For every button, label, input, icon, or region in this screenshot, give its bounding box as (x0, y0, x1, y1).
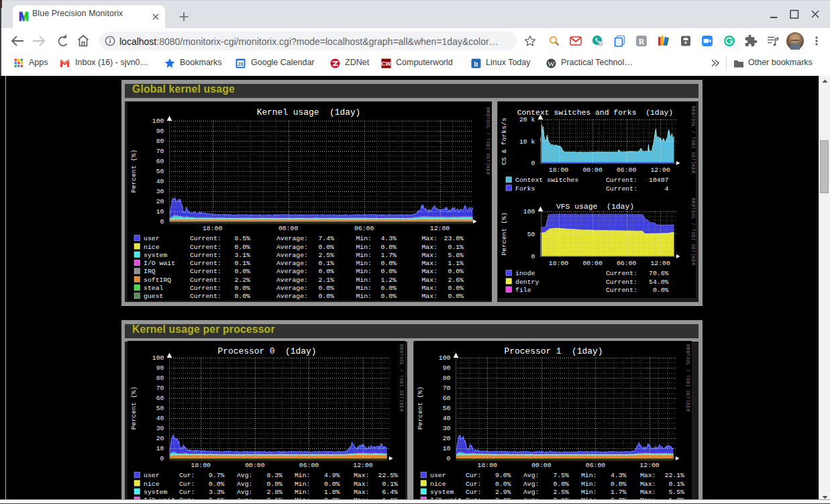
svg-text:20: 20 (443, 435, 451, 442)
svg-text:2.9%: 2.9% (495, 489, 511, 496)
svg-text:Cur:: Cur: (466, 489, 482, 496)
svg-text:12:00: 12:00 (650, 260, 670, 267)
svg-text:8.3%: 8.3% (266, 472, 282, 479)
svg-text:Average:: Average: (276, 268, 308, 275)
svg-text:10: 10 (156, 208, 164, 215)
svg-text:Min:: Min: (295, 481, 311, 488)
svg-text:18:00: 18:00 (549, 166, 569, 174)
svg-text:Min:: Min: (356, 293, 372, 300)
svg-text:1.1%: 1.1% (448, 260, 464, 267)
svg-text:CW: CW (381, 60, 391, 67)
svg-text:1.8%: 1.8% (324, 489, 340, 496)
svg-text:4.3%: 4.3% (611, 472, 627, 479)
svg-text:Cur:: Cur: (179, 481, 195, 488)
svg-text:0.0%: 0.0% (234, 293, 250, 300)
svg-text:0.0%: 0.0% (234, 285, 250, 292)
svg-text:0: 0 (447, 455, 451, 462)
svg-text:30: 30 (156, 188, 164, 195)
svg-text:system: system (144, 489, 167, 496)
svg-text:Forks: Forks (515, 185, 535, 193)
svg-text:20: 20 (156, 435, 164, 442)
svg-text:3.3%: 3.3% (209, 489, 225, 496)
svg-text:40: 40 (156, 178, 164, 185)
svg-text:Min:: Min: (356, 260, 372, 267)
svg-text:0.1%: 0.1% (668, 481, 684, 488)
svg-text:06:00: 06:00 (354, 225, 374, 232)
svg-text:Average:: Average: (276, 285, 308, 292)
svg-text:Max:: Max: (421, 285, 437, 292)
svg-text:00:00: 00:00 (582, 166, 603, 174)
svg-text:Average:: Average: (276, 235, 308, 242)
svg-text:12:00: 12:00 (430, 225, 450, 232)
svg-text:IRQ: IRQ (144, 268, 156, 275)
svg-text:50: 50 (156, 168, 164, 175)
svg-text:10: 10 (443, 445, 451, 452)
svg-text:0.1%: 0.1% (318, 260, 334, 267)
svg-text:90: 90 (443, 364, 451, 372)
svg-text:0.0%: 0.0% (611, 481, 627, 488)
svg-text:90: 90 (156, 128, 164, 135)
svg-text:Current:: Current: (190, 276, 221, 284)
svg-text:Avg:: Avg: (237, 481, 253, 488)
svg-text:Current:: Current: (606, 177, 637, 184)
svg-text:RRDTOOL / TOBI OETIKER: RRDTOOL / TOBI OETIKER (690, 106, 696, 174)
svg-text:0.0%: 0.0% (318, 293, 334, 300)
svg-text:Average:: Average: (276, 276, 308, 284)
svg-text:Average:: Average: (276, 252, 308, 259)
svg-text:18:00: 18:00 (549, 260, 569, 267)
svg-text:user: user (144, 472, 160, 479)
svg-text:5.8%: 5.8% (448, 252, 464, 259)
svg-text:Processor 0 (1day): Processor 0 (1day) (218, 346, 317, 356)
svg-text:06:00: 06:00 (586, 462, 606, 469)
svg-text:0.0%: 0.0% (234, 268, 250, 275)
svg-text:CS & forks/s: CS & forks/s (501, 117, 508, 165)
svg-text:0.0%: 0.0% (318, 268, 334, 275)
svg-text:70: 70 (156, 148, 164, 155)
svg-text:Kernel usage (1day): Kernel usage (1day) (257, 107, 361, 117)
svg-text:0.0%: 0.0% (553, 481, 569, 488)
svg-text:5.5%: 5.5% (668, 489, 684, 496)
svg-text:80: 80 (156, 374, 164, 382)
svg-text:Min:: Min: (581, 472, 597, 479)
svg-text:0: 0 (160, 218, 164, 225)
svg-text:Current:: Current: (606, 279, 637, 286)
svg-text:Average:: Average: (276, 293, 308, 300)
svg-text:0.0%: 0.0% (234, 244, 250, 251)
svg-text:90: 90 (156, 364, 164, 372)
svg-text:Max:: Max: (421, 293, 437, 300)
svg-text:M: M (19, 11, 29, 22)
svg-text:Min:: Min: (295, 472, 311, 479)
svg-text:0: 0 (531, 253, 535, 260)
svg-text:Current:: Current: (606, 287, 637, 294)
svg-text:Min:: Min: (356, 235, 372, 242)
svg-text:Min:: Min: (295, 489, 311, 496)
svg-text:9.7%: 9.7% (209, 472, 225, 479)
svg-text:Processor 1 (1day): Processor 1 (1day) (505, 346, 603, 356)
svg-text:06:00: 06:00 (617, 166, 637, 174)
svg-text:50: 50 (156, 405, 164, 412)
svg-text:Percent (%): Percent (%) (130, 387, 138, 430)
svg-text:60: 60 (156, 158, 164, 165)
svg-text:40: 40 (156, 415, 164, 422)
svg-text:Current:: Current: (190, 293, 221, 300)
svg-text:0.0%: 0.0% (448, 285, 464, 292)
svg-text:60: 60 (443, 395, 451, 402)
svg-text:Current:: Current: (190, 244, 221, 251)
svg-text:8.5%: 8.5% (234, 235, 250, 242)
svg-text:Current:: Current: (190, 285, 221, 292)
svg-text:Max:: Max: (354, 472, 370, 479)
svg-text:0.0%: 0.0% (380, 260, 397, 267)
svg-text:2.2%: 2.2% (234, 276, 250, 284)
svg-text:Max:: Max: (421, 252, 437, 259)
svg-text:Max:: Max: (421, 260, 437, 267)
svg-text:0.0%: 0.0% (324, 481, 340, 488)
svg-text:Max:: Max: (421, 244, 437, 251)
svg-text:Min:: Min: (356, 252, 372, 259)
svg-text:Max:: Max: (354, 489, 370, 496)
svg-text:0.0%: 0.0% (380, 285, 397, 292)
svg-text:user: user (430, 472, 446, 479)
svg-text:0.0%: 0.0% (653, 287, 669, 294)
svg-text:Cur:: Cur: (466, 481, 482, 488)
svg-text:inode: inode (515, 270, 535, 277)
svg-text:0.0%: 0.0% (266, 481, 282, 488)
